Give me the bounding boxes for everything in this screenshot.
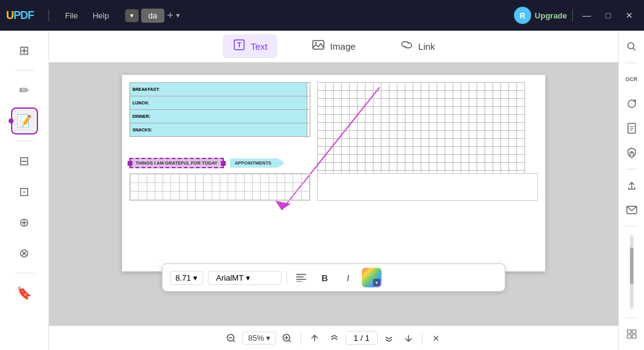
- align-button[interactable]: [292, 268, 310, 287]
- edit-icon: 📝: [17, 114, 32, 128]
- right-sep-4: [626, 317, 638, 318]
- add-tab-button[interactable]: +: [167, 10, 174, 21]
- grateful-banner[interactable]: THINGS I AM GRATEFUL FOR TODAY: [129, 158, 224, 168]
- lunch-label: LUNCH:: [130, 96, 307, 110]
- content-area: T Text Image: [49, 31, 618, 350]
- nav-prev-button[interactable]: [326, 330, 343, 347]
- appointments-area: [317, 173, 538, 201]
- meal-planner: BREAKFAST: LUNCH: DINNER: SNACKS:: [129, 82, 310, 137]
- lunch-value: [307, 96, 310, 110]
- sidebar-item-layers[interactable]: ⊗: [11, 239, 38, 266]
- grateful-left-handle: [128, 161, 132, 166]
- sidebar-sep-3: [15, 273, 34, 273]
- image-toolbar-icon: [312, 38, 325, 55]
- text-label: Text: [251, 41, 268, 52]
- pdf-page: BREAKFAST: LUNCH: DINNER: SNACKS:: [122, 75, 545, 271]
- scrollbar-thumb[interactable]: [630, 247, 634, 284]
- pdf-canvas[interactable]: BREAKFAST: LUNCH: DINNER: SNACKS:: [49, 63, 618, 325]
- sidebar-file[interactable]: [622, 119, 642, 138]
- font-size-selector[interactable]: 8.71 ▾: [170, 271, 203, 285]
- tab-expand-button[interactable]: ▾: [176, 11, 180, 20]
- current-page: 1: [353, 333, 358, 343]
- grateful-grid: [129, 173, 310, 201]
- sidebar-scan[interactable]: [622, 324, 642, 344]
- titlebar-menu: File Help: [59, 9, 115, 23]
- annotate-icon: ✏: [19, 83, 29, 98]
- toolbar-text[interactable]: T Text: [223, 34, 278, 58]
- color-picker-button[interactable]: ▾: [362, 268, 381, 287]
- breakfast-row: BREAKFAST:: [130, 83, 310, 96]
- sidebar-item-pages[interactable]: ⊟: [11, 147, 38, 174]
- minimize-button[interactable]: —: [578, 9, 596, 21]
- dinner-value: [307, 110, 310, 123]
- nav-first-button[interactable]: [306, 330, 323, 347]
- sidebar-search[interactable]: [622, 37, 642, 56]
- bold-button[interactable]: B: [315, 268, 334, 287]
- right-sep-1: [626, 63, 638, 63]
- color-chevron-icon: ▾: [373, 279, 380, 286]
- bottom-bar: 85% ▾: [49, 325, 618, 350]
- bottom-banners: THINGS I AM GRATEFUL FOR TODAY APPOINTME…: [129, 158, 285, 168]
- svg-point-17: [627, 43, 634, 49]
- titlebar-divider: [48, 9, 49, 21]
- upgrade-button[interactable]: R Upgrade: [514, 7, 567, 24]
- svg-rect-28: [632, 330, 636, 333]
- sidebar-item-compare[interactable]: ⊕: [11, 209, 38, 236]
- pages-icon: ⊟: [19, 154, 29, 168]
- toolbar-image[interactable]: Image: [302, 34, 366, 58]
- sidebar-item-edit[interactable]: 📝: [11, 107, 38, 134]
- snacks-row: SNACKS:: [130, 123, 310, 137]
- user-avatar: R: [514, 7, 531, 24]
- svg-line-18: [633, 49, 635, 51]
- nav-sep-1: [301, 332, 301, 344]
- scrollbar-track[interactable]: [630, 235, 634, 309]
- sidebar-replace[interactable]: [622, 94, 642, 114]
- font-size-value: 8.71: [175, 273, 191, 282]
- menu-help[interactable]: Help: [86, 9, 115, 23]
- sidebar-protect[interactable]: [622, 143, 642, 163]
- compare-icon: ⊕: [19, 215, 29, 230]
- close-toolbar-button[interactable]: ✕: [427, 330, 445, 347]
- sidebar-item-bookmark[interactable]: 🔖: [11, 279, 38, 306]
- nav-last-button[interactable]: [400, 330, 417, 347]
- font-family-selector[interactable]: ArialMT ▾: [208, 271, 282, 285]
- sidebar-item-annotate[interactable]: ✏: [11, 77, 38, 104]
- nav-sep-2: [422, 332, 423, 344]
- sidebar-share[interactable]: [622, 176, 642, 195]
- svg-rect-30: [632, 335, 636, 338]
- crop-icon: ⊡: [19, 184, 29, 199]
- italic-button[interactable]: I: [339, 268, 357, 287]
- link-label: Link: [418, 41, 435, 52]
- toolbar-sep-1: [286, 271, 287, 284]
- zoom-in-button[interactable]: [278, 330, 296, 347]
- zoom-level-display[interactable]: 85% ▾: [242, 332, 276, 344]
- close-button[interactable]: ✕: [621, 9, 638, 21]
- sidebar-mail[interactable]: [622, 200, 642, 220]
- toolbar-link[interactable]: Link: [390, 34, 445, 58]
- link-toolbar-icon: [400, 38, 413, 55]
- page-sep: /: [361, 333, 363, 343]
- layers-icon: ⊗: [19, 246, 29, 260]
- breakfast-label: BREAKFAST:: [130, 83, 307, 96]
- zoom-out-button[interactable]: [223, 330, 240, 347]
- svg-line-12: [233, 340, 235, 342]
- sidebar-item-crop[interactable]: ⊡: [11, 178, 38, 205]
- maximize-button[interactable]: □: [601, 9, 616, 21]
- nav-next-button[interactable]: [380, 330, 397, 347]
- right-sep-2: [626, 169, 638, 169]
- breakfast-value: [307, 83, 310, 96]
- main-layout: ⊞ ✏ 📝 ⊟ ⊡ ⊕ ⊗ 🔖: [0, 31, 644, 350]
- font-size-chevron: ▾: [193, 273, 197, 282]
- dinner-row: DINNER:: [130, 110, 310, 123]
- sidebar-item-thumbnails[interactable]: ⊞: [11, 37, 38, 64]
- svg-line-16: [289, 340, 291, 342]
- sidebar-ocr[interactable]: OCR: [622, 69, 642, 89]
- font-family-chevron: ▾: [246, 273, 250, 282]
- tab-dropdown[interactable]: ▾: [125, 9, 139, 22]
- active-tab[interactable]: da: [141, 9, 164, 23]
- edit-toolbar: T Text Image: [49, 31, 618, 63]
- tab-area: ▾ da + ▾: [125, 9, 180, 23]
- text-format-toolbar: 8.71 ▾ ArialMT ▾ B I: [162, 263, 505, 292]
- menu-file[interactable]: File: [59, 9, 84, 23]
- svg-rect-27: [627, 330, 631, 333]
